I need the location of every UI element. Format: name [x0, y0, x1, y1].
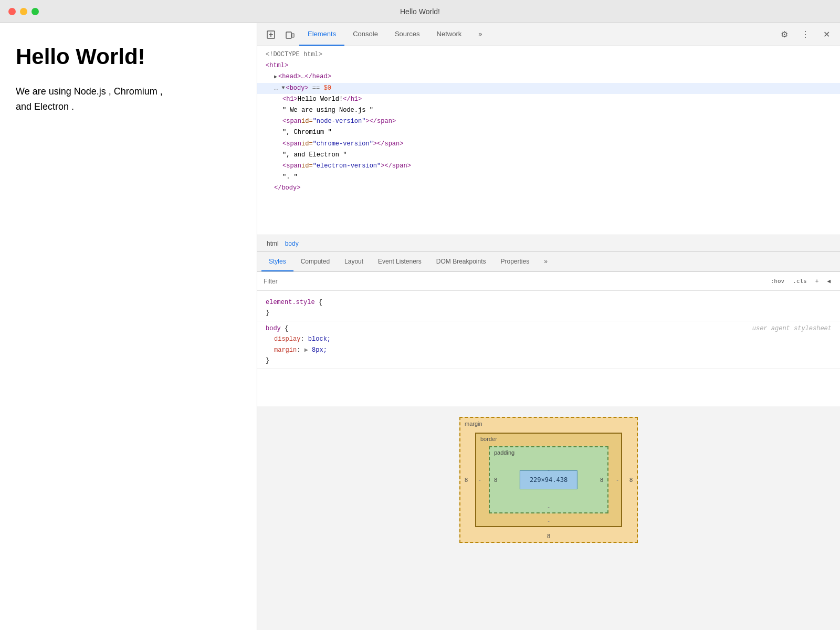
- border-left-val: -: [479, 477, 481, 483]
- toolbar-right: ⚙ ⋮ ✕: [775, 25, 836, 44]
- close-button[interactable]: [8, 8, 16, 15]
- devtools-tabs: Elements Console Sources Network »: [299, 23, 775, 46]
- window-controls: [8, 8, 39, 15]
- box-border: border - padding - 8 8 -: [475, 433, 622, 527]
- more-options-button[interactable]: ⋮: [796, 25, 815, 44]
- margin-bottom-val: 8: [547, 533, 550, 539]
- box-model-section: margin 8 8 border - padding - 8: [257, 406, 840, 630]
- titlebar: Hello World!: [0, 0, 840, 23]
- css-element-style-block: element.style { }: [257, 295, 840, 321]
- css-body-margin-prop: margin: ▶ 8px;: [266, 345, 832, 355]
- html-text-node-js: " We are using Node.js ": [257, 105, 840, 116]
- window-title: Hello World!: [400, 7, 440, 16]
- css-margin-expand[interactable]: ▶: [304, 346, 312, 354]
- padding-left-display: 8: [494, 477, 497, 483]
- css-body-close: }: [266, 355, 832, 366]
- padding-right-display: 8: [600, 477, 603, 483]
- hov-button[interactable]: :hov: [768, 277, 788, 286]
- css-user-agent-label: user agent stylesheet: [752, 323, 832, 334]
- cls-button[interactable]: .cls: [790, 277, 810, 286]
- html-viewer: <!DOCTYPE html> <html> ▶ <head>…</head> …: [257, 46, 840, 235]
- webpage-preview: Hello World! We are using Node.js , Chro…: [0, 23, 257, 630]
- html-body-close: </body>: [257, 183, 840, 194]
- tab-computed[interactable]: Computed: [293, 252, 337, 271]
- html-span-node[interactable]: <span id="node-version"></span>: [257, 116, 840, 127]
- border-bottom-val: -: [548, 518, 550, 524]
- main-layout: Hello World! We are using Node.js , Chro…: [0, 23, 840, 630]
- html-span-chrome[interactable]: <span id="chrome-version"></span>: [257, 139, 840, 150]
- tab-styles-more[interactable]: »: [537, 252, 555, 271]
- page-body: We are using Node.js , Chromium , and El…: [16, 84, 241, 114]
- styles-filter-bar: :hov .cls + ◀: [257, 272, 840, 291]
- breadcrumb: html body: [257, 235, 840, 252]
- tab-dom-breakpoints[interactable]: DOM Breakpoints: [429, 252, 494, 271]
- html-span-electron[interactable]: <span id="electron-version"></span>: [257, 161, 840, 172]
- box-content: 229×94.438: [520, 470, 578, 489]
- devtools-toolbar: Elements Console Sources Network » ⚙ ⋮ ✕: [257, 23, 840, 46]
- html-text-chromium: ", Chromium ": [257, 127, 840, 138]
- tab-styles[interactable]: Styles: [261, 252, 293, 271]
- filter-input[interactable]: [264, 278, 763, 285]
- settings-button[interactable]: ⚙: [775, 25, 794, 44]
- close-devtools-button[interactable]: ✕: [817, 25, 836, 44]
- minimize-button[interactable]: [20, 8, 27, 15]
- html-text-dot: ". ": [257, 172, 840, 183]
- add-style-button[interactable]: +: [812, 277, 822, 286]
- tab-network[interactable]: Network: [428, 23, 470, 46]
- tab-more[interactable]: »: [470, 23, 490, 46]
- box-margin: margin 8 8 border - padding - 8: [459, 417, 638, 543]
- html-doctype: <!DOCTYPE html>: [257, 49, 840, 60]
- html-body-selected[interactable]: … ▼ <body> == $0: [257, 83, 840, 94]
- filter-actions: :hov .cls + ◀: [768, 277, 834, 286]
- tab-properties[interactable]: Properties: [494, 252, 537, 271]
- margin-right-val: 8: [629, 477, 633, 483]
- margin-left-val: 8: [465, 477, 468, 483]
- styles-tabs-bar: Styles Computed Layout Event Listeners D…: [257, 252, 840, 272]
- border-label: border: [480, 436, 497, 442]
- padding-label: padding: [494, 449, 514, 456]
- html-text-electron: ", and Electron ": [257, 150, 840, 161]
- page-heading: Hello World!: [16, 44, 241, 69]
- tab-sources[interactable]: Sources: [386, 23, 428, 46]
- css-element-style-selector: element.style {: [266, 297, 832, 308]
- breadcrumb-html[interactable]: html: [264, 238, 282, 249]
- maximize-button[interactable]: [32, 8, 39, 15]
- svg-rect-3: [286, 32, 291, 38]
- tab-layout[interactable]: Layout: [337, 252, 371, 271]
- box-padding: padding - 8 8 - 229×94.438: [489, 446, 608, 513]
- css-body-header: body { user agent stylesheet: [266, 323, 832, 334]
- toggle-sidebar-button[interactable]: ◀: [824, 277, 834, 286]
- devtools-panel: Elements Console Sources Network » ⚙ ⋮ ✕: [257, 23, 840, 630]
- css-content: element.style { } body { user agent styl…: [257, 291, 840, 406]
- box-model-diagram: margin 8 8 border - padding - 8: [459, 417, 638, 543]
- inspect-element-button[interactable]: [261, 25, 280, 44]
- breadcrumb-body[interactable]: body: [282, 238, 302, 249]
- content-size: 229×94.438: [530, 476, 568, 484]
- tab-console[interactable]: Console: [344, 23, 386, 46]
- margin-label: margin: [465, 421, 482, 427]
- html-h1[interactable]: <h1>Hello World!</h1>: [257, 94, 840, 105]
- css-element-style-close: }: [266, 308, 832, 318]
- css-body-display-prop: display: block;: [266, 334, 832, 344]
- tab-event-listeners[interactable]: Event Listeners: [371, 252, 429, 271]
- html-head-collapsed[interactable]: ▶ <head>…</head>: [257, 71, 840, 82]
- device-toggle-button[interactable]: [280, 25, 299, 44]
- lower-panel: Styles Computed Layout Event Listeners D…: [257, 252, 840, 630]
- html-tag[interactable]: <html>: [257, 60, 840, 71]
- css-body-block: body { user agent stylesheet display: bl…: [257, 321, 840, 369]
- svg-rect-4: [292, 34, 294, 37]
- tab-elements[interactable]: Elements: [299, 23, 344, 46]
- padding-bottom-val: -: [548, 503, 550, 510]
- border-right-val: -: [616, 477, 618, 483]
